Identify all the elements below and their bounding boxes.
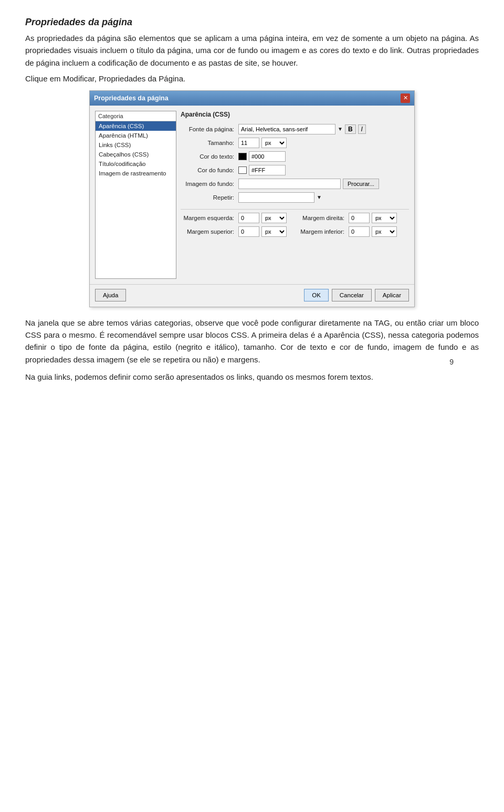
dialog-body: Categoria Aparência (CSS) Aparência (HTM… — [90, 106, 414, 284]
tamanho-controls: px — [238, 138, 409, 148]
procurar-button[interactable]: Procurar... — [343, 179, 379, 189]
cor-texto-swatch[interactable] — [238, 153, 247, 160]
dialog-titlebar: Propriedades da página ✕ — [90, 91, 414, 106]
repetir-input[interactable] — [238, 192, 314, 203]
footer-right: OK Cancelar Aplicar — [304, 289, 409, 301]
imagem-fundo-label: Imagem do fundo: — [181, 181, 238, 187]
margem-inf-unit-select[interactable]: px — [372, 226, 397, 237]
imagem-fundo-input[interactable] — [238, 179, 341, 189]
imagem-fundo-controls: Procurar... — [238, 179, 409, 189]
repetir-label: Repetir: — [181, 194, 238, 201]
margem-dir-label: Margem direita: — [299, 215, 349, 221]
tamanho-label: Tamanho: — [181, 140, 238, 146]
sidebar-item-titulo-codificacao[interactable]: Título/codificação — [96, 159, 176, 169]
dialog-wrapper: Propriedades da página ✕ Categoria Aparê… — [25, 90, 479, 307]
properties-dialog: Propriedades da página ✕ Categoria Aparê… — [89, 90, 415, 307]
cor-texto-label: Cor do texto: — [181, 153, 238, 160]
margem-esq-dir-row: Margem esquerda: px Margem direita: px — [181, 213, 409, 223]
sidebar-title: Categoria — [96, 111, 176, 121]
cancelar-button[interactable]: Cancelar — [332, 289, 372, 301]
links-paragraph: Na guia links, podemos definir como serã… — [25, 371, 479, 383]
dialog-main-panel: Aparência (CSS) Fonte da página: ▼ B I — [181, 111, 409, 279]
ok-button[interactable]: OK — [304, 289, 329, 301]
sidebar-item-links-css[interactable]: Links (CSS) — [96, 140, 176, 150]
margem-sup-controls: px — [238, 226, 299, 237]
margem-esq-input[interactable] — [238, 213, 259, 223]
fonte-input[interactable] — [238, 124, 335, 134]
cor-texto-row: Cor do texto: — [181, 151, 409, 162]
margem-sup-input[interactable] — [238, 226, 259, 237]
fonte-controls: ▼ B I — [238, 124, 409, 134]
fonte-row: Fonte da página: ▼ B I — [181, 124, 409, 134]
page-number: 9 — [449, 358, 454, 366]
ajuda-button[interactable]: Ajuda — [95, 289, 126, 301]
aplicar-button[interactable]: Aplicar — [375, 289, 409, 301]
cor-fundo-input[interactable] — [249, 165, 286, 175]
margem-esq-label: Margem esquerda: — [181, 215, 238, 221]
sidebar-item-aparencia-css[interactable]: Aparência (CSS) — [96, 121, 176, 131]
page-title: Propriedades da página — [25, 17, 479, 28]
tamanho-row: Tamanho: px — [181, 138, 409, 148]
margem-dir-unit-select[interactable]: px — [372, 213, 397, 223]
imagem-fundo-row: Imagem do fundo: Procurar... — [181, 179, 409, 189]
sidebar-item-imagem-rastreamento[interactable]: Imagem de rastreamento — [96, 169, 176, 178]
after-dialog-paragraph: Na janela que se abre temos várias categ… — [25, 317, 479, 366]
cor-fundo-row: Cor do fundo: — [181, 165, 409, 175]
margem-inf-input[interactable] — [349, 226, 370, 237]
intro-paragraph: As propriedades da página são elementos … — [25, 32, 479, 69]
margem-inf-label: Margem inferior: — [299, 228, 349, 235]
dialog-close-button[interactable]: ✕ — [401, 93, 410, 103]
form-divider — [181, 209, 409, 210]
tamanho-unit-select[interactable]: px — [261, 138, 287, 148]
dialog-title: Propriedades da página — [94, 95, 169, 102]
tamanho-input[interactable] — [238, 138, 259, 148]
section-title: Aparência (CSS) — [181, 111, 409, 120]
repetir-row: Repetir: ▼ — [181, 192, 409, 203]
dialog-sidebar: Categoria Aparência (CSS) Aparência (HTM… — [95, 111, 176, 279]
repetir-dropdown-icon: ▼ — [317, 194, 322, 200]
margem-sup-unit-select[interactable]: px — [261, 226, 287, 237]
margem-dir-controls: px — [349, 213, 409, 223]
margem-esq-controls: px — [238, 213, 299, 223]
italic-button[interactable]: I — [358, 124, 366, 134]
cor-texto-input[interactable] — [249, 151, 286, 162]
margem-dir-input[interactable] — [349, 213, 370, 223]
sidebar-item-aparencia-html[interactable]: Aparência (HTML) — [96, 131, 176, 140]
cor-fundo-controls — [238, 165, 409, 175]
repetir-controls: ▼ — [238, 192, 409, 203]
dropdown-arrow-icon: ▼ — [338, 126, 343, 132]
margem-esq-unit-select[interactable]: px — [261, 213, 287, 223]
sidebar-item-cabecalhos-css[interactable]: Cabeçalhos (CSS) — [96, 150, 176, 159]
footer-left: Ajuda — [95, 289, 126, 301]
dialog-footer: Ajuda OK Cancelar Aplicar — [90, 284, 414, 307]
bold-button[interactable]: B — [345, 124, 356, 134]
cor-fundo-label: Cor do fundo: — [181, 167, 238, 173]
fonte-label: Fonte da página: — [181, 126, 238, 132]
margem-inf-controls: px — [349, 226, 409, 237]
cor-texto-controls — [238, 151, 409, 162]
margem-sup-label: Margem superior: — [181, 228, 238, 235]
cor-fundo-swatch[interactable] — [238, 166, 247, 174]
margem-sup-inf-row: Margem superior: px Margem inferior: px — [181, 226, 409, 237]
click-instruction: Clique em Modificar, Propriedades da Pág… — [25, 74, 479, 83]
